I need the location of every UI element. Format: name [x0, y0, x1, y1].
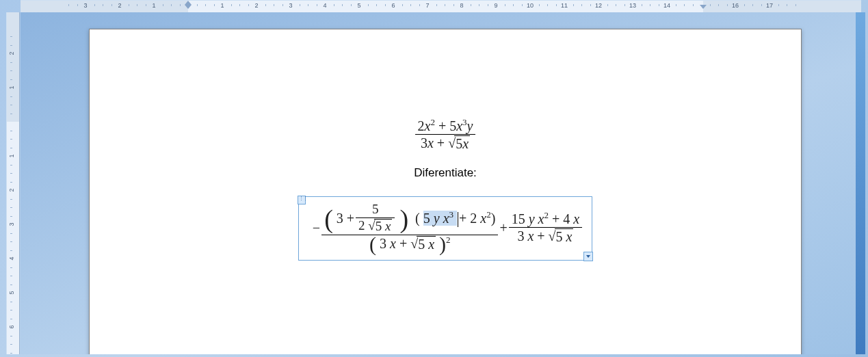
ruler-v-label: 4	[8, 256, 15, 260]
ruler-h-label: 13	[629, 2, 636, 9]
equation-options-dropdown[interactable]	[583, 252, 593, 261]
ruler-v-label: 3	[8, 222, 15, 226]
ruler-h-label: 8	[460, 2, 463, 9]
ruler-v-label: 5	[8, 291, 15, 294]
vertical-ruler[interactable]: 21123456	[6, 12, 20, 354]
page[interactable]: 2x2 + 5x3y 3x + √5x Diferentiate:	[89, 29, 802, 354]
ruler-h-label: 3	[289, 2, 292, 9]
ruler-h-label: 16	[732, 2, 739, 9]
ruler-h-label: 12	[595, 2, 602, 9]
ruler-h-label: 5	[357, 2, 360, 9]
ruler-h-label: 2	[254, 2, 258, 9]
ruler-h-label: 3	[83, 2, 87, 9]
ruler-v-label: 1	[8, 85, 15, 89]
ruler-h-label: 17	[766, 2, 773, 9]
selected-text: 5 y x3	[423, 211, 457, 226]
ruler-h-label: 4	[323, 2, 326, 9]
word-editor-viewport: 32112345678910111213141617 21123456 2x2 …	[0, 0, 868, 357]
ruler-h-label: 9	[494, 2, 497, 9]
ruler-h-label: 1	[152, 2, 155, 9]
ruler-h-label: 6	[391, 2, 395, 9]
hanging-indent-marker[interactable]	[185, 5, 192, 9]
ruler-h-label: 7	[425, 2, 429, 9]
leading-minus: −	[313, 220, 320, 235]
right-indent-marker[interactable]	[700, 5, 707, 9]
ruler-h-label: 14	[663, 2, 670, 9]
document-workspace[interactable]: 2x2 + 5x3y 3x + √5x Diferentiate:	[21, 12, 865, 354]
ruler-h-label: 2	[118, 2, 121, 9]
ruler-v-label: 2	[8, 51, 15, 55]
ruler-v-label: 2	[8, 188, 15, 191]
eq1-numerator: 2x2 + 5x3y	[418, 118, 473, 133]
equation-display-2[interactable]: − ( 3 + 5 2 √5 x	[313, 202, 583, 253]
ruler-h-label: 1	[220, 2, 224, 9]
right-pane-accent	[856, 12, 865, 354]
equation-display-1[interactable]: 2x2 + 5x3y 3x + √5x	[414, 118, 477, 151]
ruler-v-label: 6	[8, 325, 15, 328]
plus-sign: +	[499, 220, 507, 235]
equation-move-handle[interactable]	[298, 196, 306, 204]
eq1-denominator: 3x + √5x	[421, 135, 470, 150]
ruler-h-label: 10	[527, 2, 534, 9]
differentiate-label: Diferentiate:	[90, 166, 801, 180]
ruler-v-label: 1	[8, 154, 15, 157]
equation-editor-box[interactable]: − ( 3 + 5 2 √5 x	[298, 196, 592, 261]
horizontal-ruler[interactable]: 32112345678910111213141617	[21, 0, 861, 14]
ruler-h-label: 11	[561, 2, 568, 9]
text-cursor	[458, 212, 458, 227]
